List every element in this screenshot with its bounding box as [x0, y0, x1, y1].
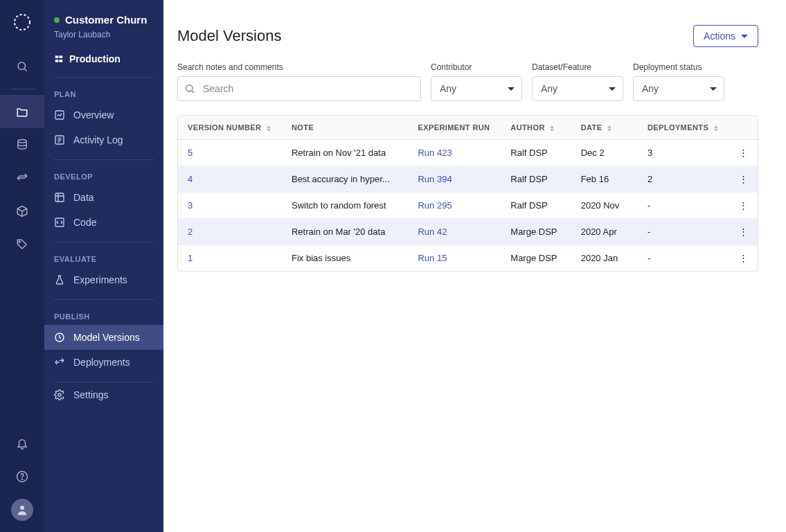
deployment-status-select[interactable]: Any	[633, 76, 724, 101]
author-cell: Ralf DSP	[501, 140, 571, 166]
col-label: EXPERIMENT RUN	[418, 123, 490, 132]
overview-icon	[54, 109, 65, 121]
experiment-run-link[interactable]: Run 394	[418, 174, 452, 184]
table-row: 2Retrain on Mar '20 dataRun 42Marge DSP2…	[178, 219, 758, 245]
project-header: Customer Churn Taylor Laubach	[44, 14, 163, 45]
actions-button[interactable]: Actions	[693, 25, 758, 47]
rail-transfers[interactable]	[0, 161, 44, 195]
author-cell: Ralf DSP	[501, 193, 571, 219]
sidebar-item-data[interactable]: Data	[44, 185, 163, 210]
date-cell: 2020 Apr	[571, 219, 638, 245]
deployments-cell: 2	[638, 166, 729, 193]
col-experiment-run[interactable]: EXPERIMENT RUN	[408, 116, 501, 140]
col-author[interactable]: AUTHOR	[501, 116, 571, 140]
sidebar-item-activity-log[interactable]: Activity Log	[44, 127, 163, 152]
rail-tags[interactable]	[0, 228, 44, 261]
row-menu-button[interactable]: ⋮	[729, 193, 758, 219]
rail-databases[interactable]	[0, 128, 44, 161]
experiment-run-link[interactable]: Run 295	[418, 200, 452, 211]
svg-line-2	[24, 69, 26, 71]
svg-rect-10	[55, 60, 59, 62]
environment-row[interactable]: Production	[44, 45, 163, 70]
caret-down-icon	[741, 35, 748, 38]
sidebar-item-code[interactable]: Code	[44, 210, 163, 235]
rail-divider	[10, 89, 35, 89]
rail-projects[interactable]	[0, 95, 44, 128]
flask-icon	[54, 274, 65, 285]
svg-point-18	[186, 85, 193, 91]
note-cell: Fix bias issues	[282, 245, 409, 272]
sidebar: Customer Churn Taylor Laubach Production…	[44, 0, 163, 532]
version-link[interactable]: 1	[188, 253, 193, 263]
dataset-select[interactable]: Any	[532, 76, 623, 101]
table-row: 3Switch to random forestRun 295Ralf DSP2…	[178, 193, 758, 219]
deploy-icon	[54, 357, 65, 368]
col-actions	[729, 116, 758, 140]
filter-label-search: Search notes and comments	[177, 62, 421, 72]
date-cell: Feb 16	[571, 166, 638, 193]
rail-packages[interactable]	[0, 195, 44, 228]
rail-notifications[interactable]	[0, 427, 44, 460]
svg-rect-8	[55, 55, 59, 58]
col-deployments[interactable]: DEPLOYMENTS	[638, 116, 729, 140]
col-label: AUTHOR	[510, 123, 544, 132]
sort-icon	[267, 125, 271, 132]
sidebar-item-model-versions[interactable]: Model Versions	[44, 325, 163, 350]
sort-icon	[550, 125, 554, 132]
version-link[interactable]: 4	[188, 174, 193, 184]
experiment-run-link[interactable]: Run 42	[418, 227, 447, 237]
select-value: Any	[541, 83, 557, 94]
col-date[interactable]: DATE	[571, 116, 638, 140]
contributor-select[interactable]: Any	[431, 76, 522, 101]
row-menu-button[interactable]: ⋮	[729, 245, 758, 272]
status-dot-icon	[54, 17, 60, 23]
main-content: Model Versions Actions Search notes and …	[163, 0, 786, 532]
sidebar-item-overview[interactable]: Overview	[44, 103, 163, 127]
caret-down-icon	[609, 87, 616, 91]
experiment-run-link[interactable]: Run 423	[418, 148, 452, 158]
svg-point-1	[18, 62, 26, 70]
sidebar-item-experiments[interactable]: Experiments	[44, 267, 163, 292]
section-evaluate: EVALUATE	[44, 242, 163, 267]
sidebar-item-label: Code	[73, 217, 96, 228]
select-value: Any	[642, 83, 659, 94]
version-link[interactable]: 3	[188, 200, 193, 211]
version-link[interactable]: 5	[188, 148, 193, 158]
svg-point-7	[20, 506, 24, 510]
svg-point-4	[19, 241, 20, 242]
sidebar-item-deployments[interactable]: Deployments	[44, 350, 163, 375]
deployments-cell: -	[638, 245, 729, 272]
sidebar-item-settings[interactable]: Settings	[44, 382, 163, 407]
col-label: NOTE	[292, 123, 314, 132]
experiment-run-link[interactable]: Run 15	[418, 253, 447, 263]
rail-user-avatar[interactable]	[11, 499, 33, 521]
row-menu-button[interactable]: ⋮	[729, 219, 758, 245]
sidebar-item-label: Activity Log	[73, 134, 123, 145]
section-develop: DEVELOP	[44, 160, 163, 185]
svg-rect-11	[60, 60, 63, 62]
row-menu-button[interactable]: ⋮	[729, 166, 758, 193]
filter-label-contributor: Contributor	[431, 62, 522, 72]
sidebar-item-label: Settings	[73, 389, 109, 400]
svg-point-3	[18, 140, 26, 143]
note-cell: Retrain on Nov '21 data	[282, 140, 409, 166]
col-version[interactable]: VERSION NUMBER	[178, 116, 282, 140]
gear-icon	[54, 389, 65, 400]
version-link[interactable]: 2	[188, 227, 193, 237]
svg-point-0	[15, 15, 30, 30]
search-input[interactable]	[177, 76, 421, 101]
icon-rail	[0, 0, 44, 532]
col-note[interactable]: NOTE	[282, 116, 409, 140]
svg-rect-9	[60, 55, 63, 58]
filter-label-dataset: Dataset/Feature	[532, 62, 623, 72]
rail-search[interactable]	[0, 50, 44, 83]
date-cell: Dec 2	[571, 140, 638, 166]
rail-help[interactable]	[0, 460, 44, 493]
app-logo-icon	[11, 11, 33, 33]
note-cell: Best accuracy in hyper...	[282, 166, 409, 193]
col-label: VERSION NUMBER	[188, 123, 261, 132]
author-cell: Ralf DSP	[501, 166, 571, 193]
row-menu-button[interactable]: ⋮	[729, 140, 758, 166]
author-cell: Marge DSP	[501, 219, 571, 245]
select-value: Any	[440, 83, 456, 94]
